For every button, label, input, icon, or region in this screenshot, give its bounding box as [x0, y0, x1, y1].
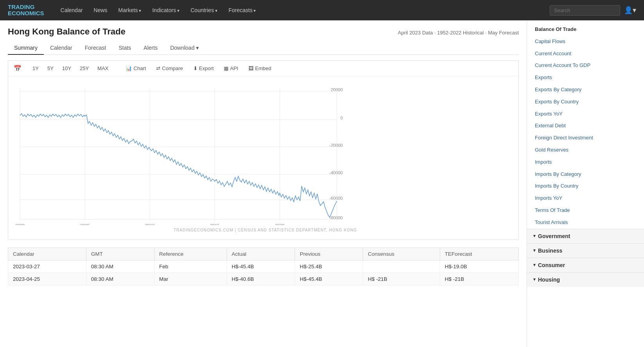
page-title: Hong Kong Balance of Trade	[8, 27, 126, 37]
svg-text:2000: 2000	[15, 223, 25, 225]
page-header: Hong Kong Balance of Trade April 2023 Da…	[8, 27, 519, 37]
cell-consensus: H$ -21B	[363, 273, 440, 286]
navbar: TRADING ECONOMICS Calendar News Markets …	[0, 0, 644, 20]
action-export[interactable]: ⬇ Export	[189, 64, 218, 73]
sidebar-trade-item[interactable]: Imports YoY	[527, 192, 644, 204]
cell-gmt: 08:30 AM	[86, 273, 154, 286]
nav-calendar[interactable]: Calendar	[56, 5, 88, 16]
tab-alerts[interactable]: Alerts	[137, 42, 164, 55]
cell-teforecast: H$ -21B	[440, 273, 518, 286]
sidebar-trade-item[interactable]: Balance Of Trade	[527, 23, 644, 36]
tab-stats[interactable]: Stats	[112, 42, 137, 55]
tabs-bar: Summary Calendar Forecast Stats Alerts D…	[8, 42, 519, 55]
nav-indicators[interactable]: Indicators	[148, 5, 184, 16]
chevron-down-icon: ▾	[533, 248, 536, 253]
main-content: Hong Kong Balance of Trade April 2023 Da…	[0, 20, 527, 347]
sidebar-trade-item[interactable]: Tourist Arrivals	[527, 217, 644, 229]
cell-actual: H$-45.4B	[227, 260, 295, 273]
sidebar-trade-item[interactable]: Foreign Direct Investment	[527, 132, 644, 144]
search-input[interactable]	[550, 5, 620, 16]
sidebar-trade-item[interactable]: Gold Reserves	[527, 144, 644, 156]
chevron-down-icon: ▾	[533, 262, 536, 267]
action-compare[interactable]: ⇄ Compare	[152, 64, 187, 73]
chart-svg: 20000 0 -20000 -40000 -60000 -80000	[12, 80, 349, 225]
sidebar-trade-item[interactable]: Capital Flows	[527, 36, 644, 48]
action-chart[interactable]: 📊 Chart	[122, 64, 150, 73]
sidebar-section-housing[interactable]: ▾Housing	[527, 272, 644, 287]
tab-download[interactable]: Download ▾	[164, 42, 205, 55]
tab-forecast[interactable]: Forecast	[79, 42, 112, 55]
nav-forecasts[interactable]: Forecasts	[224, 5, 261, 16]
nav-markets[interactable]: Markets	[113, 5, 146, 16]
cell-previous: H$-45.4B	[295, 273, 363, 286]
period-max[interactable]: MAX	[94, 64, 112, 73]
chart-watermark: TRADINGECONOMICS.COM | CENSUS AND STATIS…	[12, 226, 518, 235]
table-row: 2023-04-25 08:30 AM Mar H$-40.6B H$-45.4…	[8, 273, 519, 286]
sidebar-section-government[interactable]: ▾Government	[527, 229, 644, 243]
nav-news[interactable]: News	[89, 5, 112, 16]
brand-logo[interactable]: TRADING ECONOMICS	[8, 4, 44, 17]
chevron-down-icon: ▾	[533, 233, 536, 239]
sidebar-trade-item[interactable]: Exports By Category	[527, 84, 644, 96]
col-reference: Reference	[154, 248, 227, 260]
cell-consensus	[363, 260, 440, 273]
svg-text:2015: 2015	[210, 223, 219, 225]
chart-container: 📅 1Y 5Y 10Y 25Y MAX 📊 Chart ⇄ Compare ⬇ …	[8, 60, 519, 240]
sidebar-section-consumer[interactable]: ▾Consumer	[527, 258, 644, 272]
sidebar-trade-item[interactable]: Exports By Country	[527, 96, 644, 108]
cell-calendar: 2023-04-25	[8, 273, 86, 286]
chevron-down-icon: ▾	[533, 277, 536, 282]
period-1y[interactable]: 1Y	[29, 64, 42, 73]
sidebar-sections: ▾Government▾Business▾Consumer▾Housing	[527, 229, 644, 287]
nav-links: Calendar News Markets Indicators Countri…	[56, 5, 550, 16]
nav-countries[interactable]: Countries	[186, 5, 222, 16]
col-calendar: Calendar	[8, 248, 86, 260]
sidebar-trade-item[interactable]: Current Account To GDP	[527, 60, 644, 72]
calendar-icon[interactable]: 📅	[14, 65, 22, 72]
action-api[interactable]: ▦ API	[220, 64, 242, 73]
sidebar: Balance Of TradeCapital FlowsCurrent Acc…	[527, 20, 644, 347]
col-actual: Actual	[227, 248, 295, 260]
svg-text:2005: 2005	[80, 223, 90, 225]
sidebar-trade-item[interactable]: Exports YoY	[527, 108, 644, 120]
table-row: 2023-03-27 08:30 AM Feb H$-45.4B H$-25.4…	[8, 260, 519, 273]
col-gmt: GMT	[86, 248, 154, 260]
action-embed[interactable]: 🖼 Embed	[245, 64, 275, 73]
tab-calendar[interactable]: Calendar	[44, 42, 79, 55]
chart-area: 20000 0 -20000 -40000 -60000 -80000	[8, 76, 518, 239]
sidebar-trade-item[interactable]: Imports By Country	[527, 180, 644, 192]
sidebar-trade-item[interactable]: Imports By Category	[527, 168, 644, 181]
cell-reference: Mar	[154, 273, 227, 286]
period-10y[interactable]: 10Y	[59, 64, 74, 73]
brand-line1: TRADING	[8, 4, 34, 10]
svg-text:0: 0	[340, 116, 343, 120]
sidebar-trade-item[interactable]: External Debt	[527, 120, 644, 132]
col-teforecast: TEForecast	[440, 248, 518, 260]
cell-actual: H$-40.6B	[227, 273, 295, 286]
tab-summary[interactable]: Summary	[8, 42, 44, 55]
trade-items-list: Balance Of TradeCapital FlowsCurrent Acc…	[527, 23, 644, 229]
brand-line2: ECONOMICS	[8, 10, 44, 16]
cell-gmt: 08:30 AM	[86, 260, 154, 273]
cell-calendar: 2023-03-27	[8, 260, 86, 273]
period-25y[interactable]: 25Y	[77, 64, 92, 73]
user-icon[interactable]: 👤▾	[624, 6, 636, 14]
sidebar-trade-item[interactable]: Terms Of Trade	[527, 204, 644, 217]
data-table: Calendar GMT Reference Actual Previous C…	[8, 248, 519, 286]
svg-text:2020: 2020	[275, 223, 284, 225]
sidebar-trade-item[interactable]: Imports	[527, 156, 644, 168]
col-consensus: Consensus	[363, 248, 440, 260]
period-5y[interactable]: 5Y	[44, 64, 57, 73]
page-subtitle: April 2023 Data · 1952-2022 Historical ·…	[398, 30, 519, 36]
cell-teforecast: H$-19.0B	[440, 260, 518, 273]
sidebar-trade-item[interactable]: Current Account	[527, 48, 644, 60]
sidebar-trade-item[interactable]: Exports	[527, 72, 644, 84]
cell-previous: H$-25.4B	[295, 260, 363, 273]
sidebar-section-business[interactable]: ▾Business	[527, 243, 644, 258]
cell-reference: Feb	[154, 260, 227, 273]
svg-text:2010: 2010	[145, 223, 155, 225]
chart-toolbar: 📅 1Y 5Y 10Y 25Y MAX 📊 Chart ⇄ Compare ⬇ …	[8, 61, 518, 76]
page-layout: Hong Kong Balance of Trade April 2023 Da…	[0, 20, 644, 347]
col-previous: Previous	[295, 248, 363, 260]
